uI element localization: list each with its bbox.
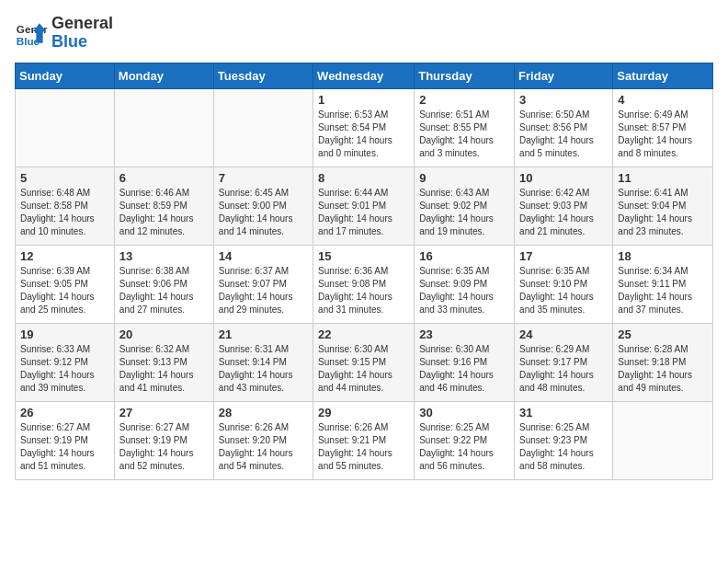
day-info-line: Sunset: 9:11 PM [618, 278, 708, 291]
day-info-line: Daylight: 14 hours [119, 447, 209, 460]
day-info-line: Daylight: 14 hours [219, 369, 308, 382]
day-info-line: Daylight: 14 hours [219, 291, 308, 304]
calendar-day-cell: 3Sunrise: 6:50 AMSunset: 8:56 PMDaylight… [515, 88, 613, 167]
day-number: 10 [519, 171, 608, 185]
day-info-line: Sunrise: 6:30 AM [318, 343, 409, 356]
day-info-line: Sunrise: 6:39 AM [20, 265, 109, 278]
calendar-day-cell: 19Sunrise: 6:33 AMSunset: 9:12 PMDayligh… [16, 323, 115, 401]
page-header: General Blue General Blue [15, 15, 713, 52]
day-number: 2 [419, 93, 509, 107]
day-info-line: Daylight: 14 hours [318, 369, 409, 382]
day-number: 28 [219, 406, 308, 419]
col-sunday: Sunday [16, 63, 115, 88]
day-info-line: and 58 minutes. [519, 460, 608, 473]
day-info-line: and 52 minutes. [119, 460, 209, 473]
day-number: 31 [519, 406, 608, 419]
day-info-line: Sunrise: 6:25 AM [419, 421, 509, 434]
day-info-line: Sunset: 9:10 PM [519, 278, 608, 291]
calendar-day-cell [16, 88, 115, 167]
day-number: 26 [20, 406, 109, 419]
day-number: 16 [419, 249, 509, 263]
day-info-line: Sunrise: 6:44 AM [318, 187, 409, 200]
day-info-line: and 5 minutes. [519, 147, 608, 160]
calendar-header-row: Sunday Monday Tuesday Wednesday Thursday… [16, 63, 713, 88]
day-info-line: and 21 minutes. [519, 225, 608, 238]
calendar-week-row: 12Sunrise: 6:39 AMSunset: 9:05 PMDayligh… [16, 245, 713, 323]
calendar-week-row: 19Sunrise: 6:33 AMSunset: 9:12 PMDayligh… [16, 323, 713, 401]
day-info-line: and 55 minutes. [318, 460, 409, 473]
calendar-day-cell: 11Sunrise: 6:41 AMSunset: 9:04 PMDayligh… [613, 167, 713, 245]
day-info-line: Daylight: 14 hours [519, 291, 608, 304]
day-number: 7 [219, 171, 308, 185]
day-number: 29 [318, 406, 409, 419]
calendar-day-cell: 31Sunrise: 6:25 AMSunset: 9:23 PMDayligh… [515, 401, 613, 479]
day-info-line: and 14 minutes. [219, 225, 308, 238]
day-number: 8 [318, 171, 409, 185]
day-info-line: Daylight: 14 hours [519, 134, 608, 147]
day-info-line: Sunset: 9:19 PM [119, 434, 209, 447]
calendar-week-row: 5Sunrise: 6:48 AMSunset: 8:58 PMDaylight… [16, 167, 713, 245]
day-info-line: and 27 minutes. [119, 304, 209, 316]
calendar-day-cell: 18Sunrise: 6:34 AMSunset: 9:11 PMDayligh… [613, 245, 713, 323]
day-info-line: Daylight: 14 hours [618, 291, 708, 304]
calendar-week-row: 26Sunrise: 6:27 AMSunset: 9:19 PMDayligh… [16, 401, 713, 479]
day-info-line: and 25 minutes. [20, 304, 109, 316]
day-info-line: Daylight: 14 hours [419, 291, 509, 304]
calendar-day-cell: 30Sunrise: 6:25 AMSunset: 9:22 PMDayligh… [415, 401, 515, 479]
calendar-day-cell: 12Sunrise: 6:39 AMSunset: 9:05 PMDayligh… [16, 245, 115, 323]
day-info-line: Daylight: 14 hours [119, 291, 209, 304]
calendar-day-cell: 24Sunrise: 6:29 AMSunset: 9:17 PMDayligh… [515, 323, 613, 401]
day-info-line: and 29 minutes. [219, 304, 308, 316]
day-info-line: Sunset: 9:23 PM [519, 434, 608, 447]
day-info-line: and 0 minutes. [318, 147, 409, 160]
day-info-line: Sunrise: 6:35 AM [519, 265, 608, 278]
calendar-day-cell: 8Sunrise: 6:44 AMSunset: 9:01 PMDaylight… [313, 167, 415, 245]
day-info-line: Daylight: 14 hours [318, 213, 409, 225]
calendar-day-cell [613, 401, 713, 479]
day-info-line: Daylight: 14 hours [219, 447, 308, 460]
calendar-day-cell: 20Sunrise: 6:32 AMSunset: 9:13 PMDayligh… [114, 323, 213, 401]
day-info-line: Daylight: 14 hours [419, 213, 509, 225]
day-info-line: and 12 minutes. [119, 225, 209, 238]
day-info-line: Daylight: 14 hours [20, 369, 109, 382]
day-info-line: Sunrise: 6:34 AM [618, 265, 708, 278]
day-info-line: Sunrise: 6:25 AM [519, 421, 608, 434]
calendar-day-cell: 17Sunrise: 6:35 AMSunset: 9:10 PMDayligh… [515, 245, 613, 323]
day-number: 14 [219, 249, 308, 263]
calendar-day-cell [114, 88, 213, 167]
day-info-line: and 37 minutes. [618, 304, 708, 316]
calendar-day-cell [213, 88, 313, 167]
day-info-line: Sunrise: 6:51 AM [419, 109, 509, 121]
calendar-day-cell: 26Sunrise: 6:27 AMSunset: 9:19 PMDayligh… [16, 401, 115, 479]
day-info-line: Sunrise: 6:26 AM [219, 421, 308, 434]
day-info-line: Sunset: 9:01 PM [318, 200, 409, 213]
day-info-line: Sunset: 9:03 PM [519, 200, 608, 213]
day-info-line: Sunset: 9:02 PM [419, 200, 509, 213]
day-info-line: Daylight: 14 hours [519, 447, 608, 460]
col-saturday: Saturday [613, 63, 713, 88]
day-number: 24 [519, 327, 608, 341]
day-number: 20 [119, 327, 209, 341]
day-info-line: and 46 minutes. [419, 382, 509, 395]
day-info-line: Sunrise: 6:36 AM [318, 265, 409, 278]
day-number: 27 [119, 406, 209, 419]
day-info-line: Sunset: 8:54 PM [318, 121, 409, 134]
day-info-line: and 33 minutes. [419, 304, 509, 316]
col-tuesday: Tuesday [213, 63, 313, 88]
day-info-line: Sunrise: 6:46 AM [119, 187, 209, 200]
day-number: 5 [20, 171, 109, 185]
day-info-line: Sunset: 9:12 PM [20, 356, 109, 369]
day-info-line: and 17 minutes. [318, 225, 409, 238]
day-info-line: Sunset: 8:58 PM [20, 200, 109, 213]
day-number: 12 [20, 249, 109, 263]
day-info-line: Daylight: 14 hours [318, 291, 409, 304]
day-info-line: Sunset: 8:57 PM [618, 121, 708, 134]
day-info-line: Sunrise: 6:42 AM [519, 187, 608, 200]
calendar-day-cell: 25Sunrise: 6:28 AMSunset: 9:18 PMDayligh… [613, 323, 713, 401]
day-info-line: Daylight: 14 hours [419, 134, 509, 147]
calendar-day-cell: 28Sunrise: 6:26 AMSunset: 9:20 PMDayligh… [213, 401, 313, 479]
day-info-line: Sunset: 9:15 PM [318, 356, 409, 369]
day-info-line: Sunrise: 6:43 AM [419, 187, 509, 200]
calendar-day-cell: 9Sunrise: 6:43 AMSunset: 9:02 PMDaylight… [415, 167, 515, 245]
day-info-line: and 3 minutes. [419, 147, 509, 160]
